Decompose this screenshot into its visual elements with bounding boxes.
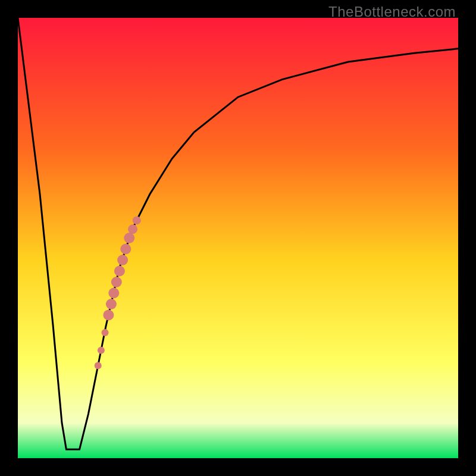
data-marker — [98, 347, 105, 354]
data-marker — [108, 288, 119, 299]
data-marker — [114, 266, 125, 277]
data-marker — [133, 216, 141, 224]
bottleneck-curve — [18, 18, 458, 458]
data-marker — [106, 299, 117, 309]
data-marker — [128, 224, 137, 234]
data-marker — [111, 277, 122, 287]
data-marker — [95, 362, 102, 369]
plot-area — [18, 18, 458, 458]
data-marker — [103, 310, 114, 321]
chart-frame: TheBottleneck.com — [0, 0, 476, 476]
data-marker — [124, 233, 134, 243]
data-marker — [117, 255, 128, 265]
data-marker — [120, 244, 131, 255]
data-marker — [102, 329, 109, 336]
